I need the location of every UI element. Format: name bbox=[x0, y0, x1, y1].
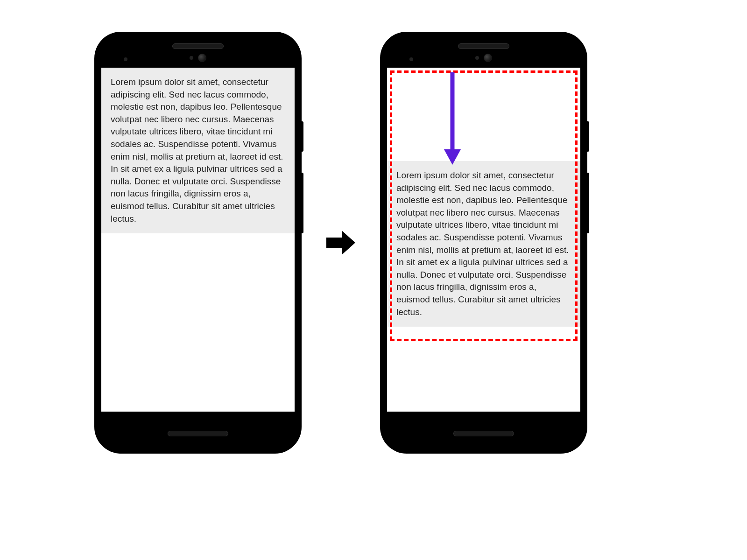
bottom-speaker bbox=[168, 431, 228, 436]
transition-arrow-icon bbox=[324, 226, 358, 259]
phone-top-bezel bbox=[101, 39, 295, 68]
diagram-container: Lorem ipsum dolor sit amet, consectetur … bbox=[0, 23, 616, 462]
phone-after: Lorem ipsum dolor sit amet, consectetur … bbox=[381, 33, 586, 453]
content-text-block: Lorem ipsum dolor sit amet, consectetur … bbox=[101, 68, 295, 233]
phone-bottom-bezel bbox=[101, 412, 295, 447]
phone-before-inner: Lorem ipsum dolor sit amet, consectetur … bbox=[101, 39, 295, 447]
sensor-dot bbox=[409, 57, 413, 61]
sensor-dot bbox=[475, 56, 479, 60]
phone-before-screen: Lorem ipsum dolor sit amet, consectetur … bbox=[101, 68, 295, 412]
front-camera-icon bbox=[484, 54, 492, 62]
phone-after-screen: Lorem ipsum dolor sit amet, consectetur … bbox=[387, 68, 580, 412]
phone-top-bezel bbox=[387, 39, 580, 68]
phone-before: Lorem ipsum dolor sit amet, consectetur … bbox=[95, 33, 301, 453]
earpiece-speaker bbox=[458, 43, 509, 49]
camera-cluster bbox=[475, 54, 492, 62]
content-text-block: Lorem ipsum dolor sit amet, consectetur … bbox=[387, 161, 580, 327]
camera-cluster bbox=[190, 54, 206, 62]
bottom-speaker bbox=[453, 431, 514, 436]
phone-bottom-bezel bbox=[387, 412, 580, 447]
volume-button bbox=[586, 173, 589, 233]
scroll-direction-arrow-icon bbox=[442, 72, 463, 168]
earpiece-speaker bbox=[172, 43, 224, 49]
phone-after-inner: Lorem ipsum dolor sit amet, consectetur … bbox=[387, 39, 580, 447]
volume-button bbox=[301, 173, 303, 233]
front-camera-icon bbox=[198, 54, 206, 62]
power-button bbox=[586, 121, 589, 152]
power-button bbox=[301, 121, 303, 152]
sensor-dot bbox=[124, 57, 127, 61]
sensor-dot bbox=[190, 56, 193, 60]
